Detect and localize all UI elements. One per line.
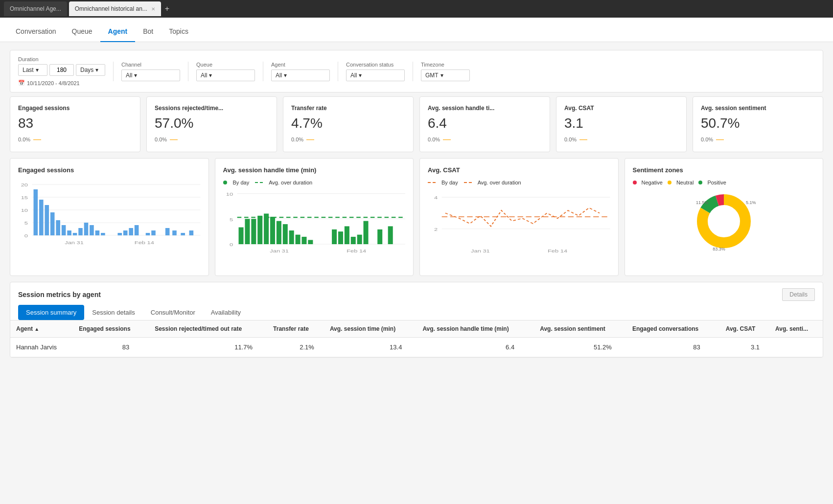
agent-select[interactable]: All ▾ (271, 69, 330, 81)
svg-rect-51 (282, 224, 287, 244)
channel-select[interactable]: All ▾ (121, 69, 180, 81)
card-change: 0.0% (18, 137, 30, 142)
chart-title: Sentiment zones (633, 166, 815, 174)
main-content: Duration Last ▾ Days ▾ 📅 10/11/2020 - 4/… (0, 42, 833, 504)
dash-indicator: — (579, 135, 587, 144)
sort-icon[interactable]: ▲ (34, 326, 39, 332)
col-avg-session-time: Avg. session time (min) (324, 321, 416, 338)
svg-rect-64 (388, 226, 393, 244)
card-value: 50.7% (701, 115, 815, 131)
browser-tab-1[interactable]: Omnichannel Age... (4, 1, 67, 16)
avg-csat-chart: Avg. CSAT By day Avg. over duration 4 2 (419, 158, 619, 276)
card-avg-handle-time: Avg. session handle ti... 6.4 0.0% — (419, 96, 550, 152)
handle-time-svg: 10 5 0 (223, 189, 406, 258)
col-engaged-sessions: Engaged sessions (73, 321, 149, 338)
legend-dash-byday (428, 182, 436, 183)
sub-tab-availability[interactable]: Availability (203, 305, 249, 320)
timezone-select[interactable]: GMT ▾ (421, 69, 470, 81)
details-button[interactable]: Details (782, 288, 815, 301)
svg-rect-18 (78, 228, 83, 235)
svg-text:10: 10 (226, 191, 232, 196)
svg-rect-50 (276, 221, 281, 244)
table-section: Session metrics by agent Details Session… (10, 282, 823, 358)
browser-tab-2[interactable]: Omnichannel historical an... ✕ (69, 1, 161, 16)
svg-rect-57 (332, 229, 337, 244)
nav-queue[interactable]: Queue (64, 22, 100, 42)
csat-svg: 4 2 Jan 31 Feb 14 (428, 189, 610, 258)
filter-divider-3 (263, 62, 263, 81)
cell-transfer-rate: 2.1% (267, 338, 324, 357)
card-footer: 0.0% — (564, 135, 678, 144)
svg-rect-16 (67, 230, 71, 235)
cell-avg-handle-time: 6.4 (416, 338, 534, 357)
conversation-status-select[interactable]: All ▾ (346, 69, 405, 81)
chevron-down-icon: ▾ (95, 67, 98, 73)
conversation-status-label: Conversation status (346, 62, 405, 68)
svg-text:Jan 31: Jan 31 (65, 240, 84, 245)
cell-avg-senti (769, 338, 823, 357)
legend-label-avg: Avg. over duration (478, 180, 521, 185)
sub-tab-session-summary[interactable]: Session summary (18, 305, 84, 320)
add-tab-icon[interactable]: + (165, 4, 169, 13)
nav-agent[interactable]: Agent (100, 22, 136, 42)
svg-rect-58 (338, 231, 343, 244)
col-transfer-rate: Transfer rate (267, 321, 324, 338)
duration-preset-select[interactable]: Last ▾ (18, 64, 47, 76)
queue-filter: Queue All ▾ (196, 62, 255, 81)
svg-rect-17 (73, 233, 77, 235)
queue-label: Queue (196, 62, 255, 68)
card-footer: 0.0% — (18, 135, 132, 144)
dash-indicator: — (170, 135, 178, 144)
svg-rect-21 (95, 230, 100, 235)
chevron-down-icon: ▾ (359, 72, 362, 79)
card-change: 0.0% (701, 137, 713, 142)
card-footer: 0.0% — (155, 135, 269, 144)
chart-area: 20 15 10 5 0 (18, 180, 201, 258)
sub-tab-session-details[interactable]: Session details (84, 305, 142, 320)
sub-tabs: Session summary Session details Consult/… (10, 301, 823, 321)
dash-indicator: — (443, 135, 451, 144)
svg-rect-47 (257, 216, 262, 244)
chart-area: 4 2 Jan 31 Feb 14 (428, 189, 610, 268)
card-sessions-rejected: Sessions rejected/time... 57.0% 0.0% — (146, 96, 277, 152)
filter-divider-2 (188, 62, 188, 81)
label-positive-pct: 11.5% (696, 200, 709, 205)
chart-title: Avg. session handle time (min) (223, 166, 406, 174)
svg-rect-12 (45, 205, 49, 235)
chevron-down-icon: ▾ (284, 72, 287, 79)
channel-label: Channel (121, 62, 180, 68)
nav-bot[interactable]: Bot (135, 22, 161, 42)
svg-rect-13 (50, 212, 55, 235)
cell-agent: Hannah Jarvis (10, 338, 73, 357)
col-avg-handle-time: Avg. session handle time (min) (416, 321, 534, 338)
queue-select[interactable]: All ▾ (196, 69, 255, 81)
sentiment-zones-chart: Sentiment zones Negative Neutral Positiv… (625, 158, 824, 276)
svg-text:Feb 14: Feb 14 (548, 249, 567, 253)
svg-text:Feb 14: Feb 14 (347, 249, 366, 253)
nav-topics[interactable]: Topics (161, 22, 196, 42)
col-engaged-conversations: Engaged conversations (626, 321, 720, 338)
col-avg-senti-abbr: Avg. senti... (769, 321, 823, 338)
card-value: 57.0% (155, 115, 269, 131)
table-header-row-tr: Agent ▲ Engaged sessions Session rejecte… (10, 321, 823, 338)
legend-dot-positive (698, 181, 702, 184)
sub-tab-consult-monitor[interactable]: Consult/Monitor (143, 305, 203, 320)
svg-text:5: 5 (229, 217, 232, 222)
app-container: Conversation Queue Agent Bot Topics Dura… (0, 18, 833, 504)
filters-row: Duration Last ▾ Days ▾ 📅 10/11/2020 - 4/… (10, 50, 823, 92)
cell-session-rejected: 11.7% (149, 338, 267, 357)
tab-2-close-icon[interactable]: ✕ (151, 6, 155, 12)
card-title: Transfer rate (291, 105, 405, 112)
duration-value-input[interactable] (49, 64, 74, 76)
svg-rect-20 (90, 225, 94, 235)
card-value: 3.1 (564, 115, 678, 131)
card-change: 0.0% (428, 137, 440, 142)
timezone-filter: Timezone GMT ▾ (421, 62, 470, 81)
svg-rect-53 (295, 235, 300, 244)
nav-conversation[interactable]: Conversation (8, 22, 64, 42)
svg-text:10: 10 (21, 208, 28, 213)
summary-cards-row: Engaged sessions 83 0.0% — Sessions reje… (10, 96, 823, 152)
cell-engaged-conversations: 83 (626, 338, 720, 357)
legend-label-negative: Negative (642, 180, 663, 185)
duration-unit-select[interactable]: Days ▾ (76, 64, 105, 76)
